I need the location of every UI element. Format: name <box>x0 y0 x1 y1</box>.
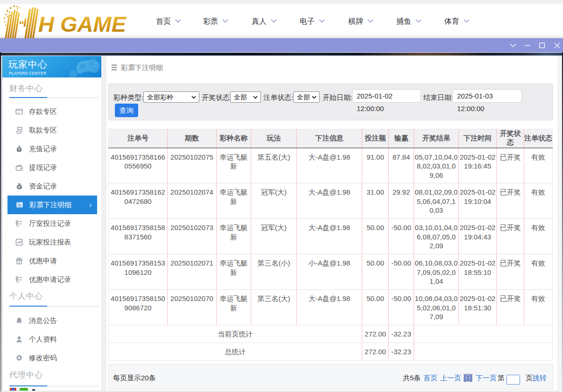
svg-text:H GAME: H GAME <box>38 12 127 36</box>
